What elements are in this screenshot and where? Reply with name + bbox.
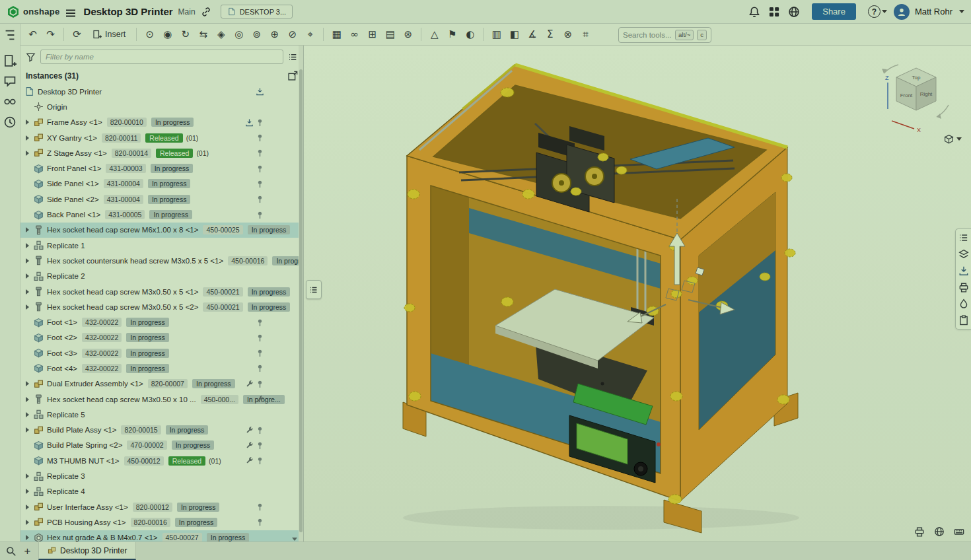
fastened-mate-icon[interactable]: ◉ [159,26,176,43]
tree-row[interactable]: Origin [20,99,299,114]
expand-chevron-icon[interactable] [24,473,34,479]
onshape-logo[interactable]: onshape [7,5,60,18]
tree-row[interactable]: Hex socket countersunk head screw M3x0.5… [20,253,299,268]
insert-button[interactable]: Insert [87,26,131,43]
expand-chevron-icon[interactable] [24,151,34,156]
ball-mate-icon[interactable]: ◎ [231,26,247,43]
mass-properties-icon[interactable]: Σ [542,26,558,43]
document-panel-icon[interactable] [958,232,969,243]
tree-row[interactable]: Front Panel <1> 431-00003 In progress [20,160,299,176]
user-menu-chevron-icon[interactable] [959,10,964,13]
user-name[interactable]: Matt Rohr [915,7,953,17]
tree-row[interactable]: Z Stage Assy <1> 820-00014 Released (01) [20,145,299,160]
comments-icon[interactable] [3,75,17,88]
tree-row[interactable]: XY Gantry <1> 820-00011 Released (01) [20,130,299,145]
scrollbar-thumb[interactable] [299,69,303,532]
help-button[interactable]: ? [867,4,888,19]
tree-row[interactable]: M3 THUMB NUT <1> 450-00012 Released (01) [20,453,299,468]
expand-chevron-icon[interactable] [24,489,34,494]
wrench-icon[interactable] [245,380,254,388]
hamburger-menu-icon[interactable] [65,8,76,16]
tree-row[interactable]: Foot <1> 432-00022 In progress [20,314,299,330]
wrench-icon[interactable] [245,441,254,450]
tree-row[interactable]: Foot <3> 432-00022 In progress [20,345,299,361]
tree-row[interactable]: Side Panel <1> 431-00004 In progress [20,176,299,192]
filter-by-name-input[interactable] [40,50,283,64]
community-button[interactable] [787,5,801,19]
tree-row[interactable]: Hex socket head cap screw M6x1.00 x 8 <1… [20,223,299,238]
redo-icon[interactable]: ↷ [42,26,59,43]
tree-row[interactable]: Hex socket head cap screw M3x0.50 x 5 <2… [20,299,299,314]
list-view-icon[interactable] [288,52,298,62]
undo-icon[interactable]: ↶ [24,26,41,43]
expand-chevron-icon[interactable] [24,505,34,510]
assembly-instances-icon[interactable] [3,28,17,42]
update-icon[interactable] [256,87,264,96]
planar-mate-icon[interactable]: ◈ [213,26,229,43]
expand-chevron-icon[interactable] [24,535,34,540]
tree-row[interactable]: Build Plate Assy <1> 820-00015 In progre… [20,423,299,438]
expand-chevron-icon[interactable] [24,135,34,141]
expand-chevron-icon[interactable] [24,427,34,433]
insert-panel-icon[interactable] [3,54,17,67]
assembly-3d-view[interactable] [304,46,971,542]
link-icon[interactable] [201,7,211,17]
filter-icon[interactable] [26,52,36,62]
wrench-icon[interactable] [245,426,254,435]
tree-row[interactable]: Foot <2> 432-00022 In progress [20,330,299,345]
tree-row[interactable]: Frame Assy <1> 820-00010 In progress [20,115,299,130]
tree-row[interactable]: Hex nut grade A & B M4x0.7 <1> 450-00027… [20,530,299,542]
expand-chevron-icon[interactable] [24,289,34,295]
workspace-name[interactable]: Main [178,7,196,17]
screen-share-icon[interactable] [914,526,925,537]
interference-check-icon[interactable]: ⊗ [559,26,576,43]
properties-panel-icon[interactable] [958,315,969,326]
tree-row[interactable]: Replicate 3 [20,468,299,483]
view-cube-menu-button[interactable] [944,134,962,144]
linked-document-tab[interactable]: DESKTOP 3... [221,5,293,18]
search-tools[interactable]: alt/~ c [618,27,711,43]
tree-row[interactable]: Build Plate Spring <2> 470-00002 In prog… [20,438,299,453]
tree-row[interactable]: Hex socket head cap screw M3x0.50 x 10 .… [20,392,299,407]
mate-relation-icon[interactable]: ∞ [346,26,363,43]
export-panel-icon[interactable] [958,265,969,276]
replicate-tool-icon[interactable]: ⊞ [364,26,380,43]
slider-mate-icon[interactable]: ⇆ [195,26,211,43]
expand-chevron-icon[interactable] [24,258,34,263]
wrench-icon[interactable] [256,395,264,403]
revolute-mate-icon[interactable]: ↻ [177,26,194,43]
pin-slot-mate-icon[interactable]: ⊕ [266,26,283,43]
linear-pattern-icon[interactable]: ▤ [382,26,398,43]
tree-row[interactable]: Foot <4> 432-00022 In progress [20,361,299,376]
expand-chevron-icon[interactable] [24,120,34,125]
tree-row[interactable]: Replicate 1 [20,238,299,253]
follow-mode-icon[interactable] [3,95,17,108]
panel-scroll-down-icon[interactable] [292,538,297,541]
circular-pattern-icon[interactable]: ⊛ [400,26,416,43]
appearance-panel-icon[interactable] [958,298,969,309]
tree-row[interactable]: Replicate 4 [20,484,299,499]
panel-scrollbar[interactable] [299,46,303,542]
insert-instance-icon[interactable] [287,71,298,81]
mate-icon[interactable]: ⊙ [141,26,158,43]
keyboard-shortcuts-icon[interactable] [954,526,964,537]
expand-chevron-icon[interactable] [24,243,34,248]
section-view-icon[interactable]: ◧ [506,26,522,43]
tab-desktop-3d-printer[interactable]: Desktop 3D Printer [38,542,136,560]
tab-manager-icon[interactable] [5,545,17,557]
network-status-icon[interactable] [934,526,945,537]
expand-chevron-icon[interactable] [24,273,34,279]
expand-chevron-icon[interactable] [24,412,34,417]
tree-row[interactable]: Replicate 5 [20,407,299,422]
add-tab-button[interactable]: + [22,545,33,557]
expand-chevron-icon[interactable] [24,397,34,402]
view-cube[interactable]: Top Front Right Z X [880,63,953,141]
tree-row[interactable]: Back Panel <1> 431-00005 In progress [20,207,299,222]
features-panel-toggle[interactable] [306,280,322,299]
versions-history-icon[interactable] [3,116,17,129]
print-panel-icon[interactable] [958,282,969,293]
tree-row[interactable]: Desktop 3D Printer [20,84,299,99]
group-icon[interactable]: ▦ [328,26,345,43]
tree-row[interactable]: Replicate 2 [20,269,299,284]
update-icon[interactable] [245,118,254,127]
